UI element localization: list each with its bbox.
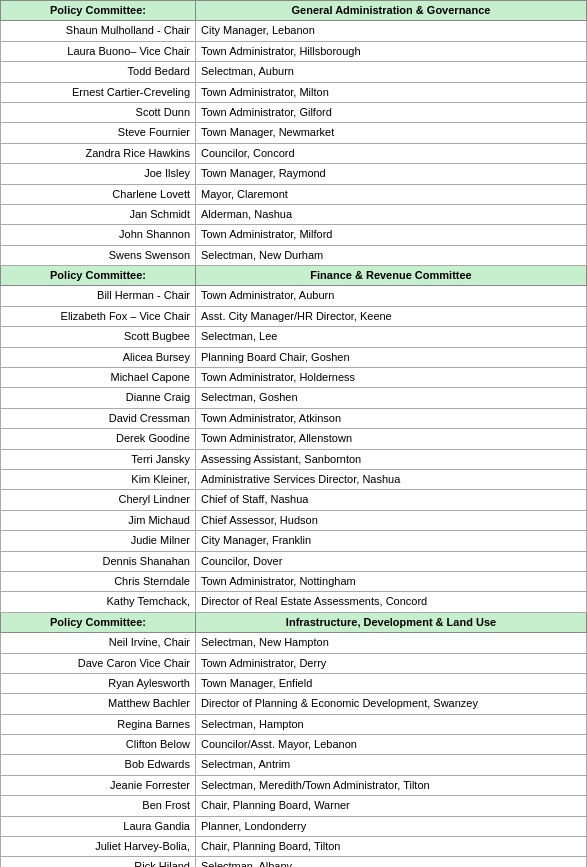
member-name: Scott Dunn [1, 102, 196, 122]
member-role: Town Administrator, Derry [196, 653, 587, 673]
table-row: John ShannonTown Administrator, Milford [1, 225, 587, 245]
member-role: Alderman, Nashua [196, 204, 587, 224]
table-row: Joe IlsleyTown Manager, Raymond [1, 164, 587, 184]
table-row: Bob EdwardsSelectman, Antrim [1, 755, 587, 775]
member-role: Town Administrator, Hillsborough [196, 41, 587, 61]
table-row: Matthew BachlerDirector of Planning & Ec… [1, 694, 587, 714]
member-role: Director of Real Estate Assessments, Con… [196, 592, 587, 612]
table-row: Dave Caron Vice ChairTown Administrator,… [1, 653, 587, 673]
member-name: Terri Jansky [1, 449, 196, 469]
member-name: Dave Caron Vice Chair [1, 653, 196, 673]
table-row: Steve FournierTown Manager, Newmarket [1, 123, 587, 143]
table-row: Jeanie ForresterSelectman, Meredith/Town… [1, 775, 587, 795]
member-name: Regina Barnes [1, 714, 196, 734]
member-role: Town Manager, Newmarket [196, 123, 587, 143]
table-row: Bill Herman - ChairTown Administrator, A… [1, 286, 587, 306]
table-row: Todd BedardSelectman, Auburn [1, 62, 587, 82]
member-name: Steve Fournier [1, 123, 196, 143]
member-name: Laura Gandia [1, 816, 196, 836]
table-row: Scott BugbeeSelectman, Lee [1, 327, 587, 347]
member-name: John Shannon [1, 225, 196, 245]
member-name: Dianne Craig [1, 388, 196, 408]
table-row: Judie MilnerCity Manager, Franklin [1, 531, 587, 551]
member-name: Jeanie Forrester [1, 775, 196, 795]
member-role: Planner, Londonderry [196, 816, 587, 836]
table-row: Charlene LovettMayor, Claremont [1, 184, 587, 204]
table-row: Derek GoodineTown Administrator, Allenst… [1, 429, 587, 449]
member-name: Kathy Temchack, [1, 592, 196, 612]
table-row: Neil Irvine, ChairSelectman, New Hampton [1, 633, 587, 653]
member-role: City Manager, Lebanon [196, 21, 587, 41]
member-name: Cheryl Lindner [1, 490, 196, 510]
member-role: Asst. City Manager/HR Director, Keene [196, 306, 587, 326]
member-role: Selectman, Antrim [196, 755, 587, 775]
member-role: City Manager, Franklin [196, 531, 587, 551]
table-row: Clifton BelowCouncilor/Asst. Mayor, Leba… [1, 735, 587, 755]
member-name: Laura Buono– Vice Chair [1, 41, 196, 61]
table-row: Regina BarnesSelectman, Hampton [1, 714, 587, 734]
table-row: Ernest Cartier-CrevelingTown Administrat… [1, 82, 587, 102]
member-name: Kim Kleiner, [1, 469, 196, 489]
committee-header: Policy Committee:General Administration … [1, 1, 587, 21]
member-role: Chief Assessor, Hudson [196, 510, 587, 530]
table-row: Jim MichaudChief Assessor, Hudson [1, 510, 587, 530]
table-row: Ben FrostChair, Planning Board, Warner [1, 796, 587, 816]
member-name: Shaun Mulholland - Chair [1, 21, 196, 41]
table-row: Dianne CraigSelectman, Goshen [1, 388, 587, 408]
member-name: Dennis Shanahan [1, 551, 196, 571]
member-role: Town Administrator, Auburn [196, 286, 587, 306]
member-role: Director of Planning & Economic Developm… [196, 694, 587, 714]
committee-header: Policy Committee:Infrastructure, Develop… [1, 612, 587, 632]
member-role: Town Administrator, Allenstown [196, 429, 587, 449]
member-name: Bill Herman - Chair [1, 286, 196, 306]
member-role: Chief of Staff, Nashua [196, 490, 587, 510]
table-row: Ryan AylesworthTown Manager, Enfield [1, 673, 587, 693]
member-role: Town Administrator, Gilford [196, 102, 587, 122]
table-row: Juliet Harvey-Bolia,Chair, Planning Boar… [1, 837, 587, 857]
member-name: Juliet Harvey-Bolia, [1, 837, 196, 857]
committee-title: Finance & Revenue Committee [196, 266, 587, 286]
member-role: Town Administrator, Holderness [196, 368, 587, 388]
table-row: Jan SchmidtAlderman, Nashua [1, 204, 587, 224]
member-name: David Cressman [1, 408, 196, 428]
table-row: Rick HilandSelectman, Albany [1, 857, 587, 867]
table-row: Alicea BurseyPlanning Board Chair, Goshe… [1, 347, 587, 367]
member-role: Town Administrator, Milton [196, 82, 587, 102]
member-name: Swens Swenson [1, 245, 196, 265]
table-row: Laura Buono– Vice ChairTown Administrato… [1, 41, 587, 61]
member-role: Chair, Planning Board, Warner [196, 796, 587, 816]
member-name: Ryan Aylesworth [1, 673, 196, 693]
member-role: Councilor, Dover [196, 551, 587, 571]
member-role: Selectman, Hampton [196, 714, 587, 734]
member-name: Clifton Below [1, 735, 196, 755]
committee-title: Infrastructure, Development & Land Use [196, 612, 587, 632]
table-row: Swens SwensonSelectman, New Durham [1, 245, 587, 265]
member-role: Planning Board Chair, Goshen [196, 347, 587, 367]
table-row: Laura GandiaPlanner, Londonderry [1, 816, 587, 836]
member-role: Mayor, Claremont [196, 184, 587, 204]
member-name: Matthew Bachler [1, 694, 196, 714]
member-role: Town Manager, Enfield [196, 673, 587, 693]
member-name: Ben Frost [1, 796, 196, 816]
member-role: Councilor/Asst. Mayor, Lebanon [196, 735, 587, 755]
member-role: Selectman, Auburn [196, 62, 587, 82]
table-row: Shaun Mulholland - ChairCity Manager, Le… [1, 21, 587, 41]
table-row: Scott DunnTown Administrator, Gilford [1, 102, 587, 122]
member-role: Town Administrator, Milford [196, 225, 587, 245]
member-role: Selectman, New Hampton [196, 633, 587, 653]
committee-header: Policy Committee:Finance & Revenue Commi… [1, 266, 587, 286]
member-name: Chris Sterndale [1, 571, 196, 591]
member-name: Zandra Rice Hawkins [1, 143, 196, 163]
member-role: Selectman, New Durham [196, 245, 587, 265]
member-role: Councilor, Concord [196, 143, 587, 163]
member-role: Assessing Assistant, Sanbornton [196, 449, 587, 469]
member-name: Derek Goodine [1, 429, 196, 449]
member-role: Town Administrator, Atkinson [196, 408, 587, 428]
table-row: Kathy Temchack,Director of Real Estate A… [1, 592, 587, 612]
committee-label: Policy Committee: [1, 266, 196, 286]
committee-label: Policy Committee: [1, 612, 196, 632]
member-name: Jim Michaud [1, 510, 196, 530]
member-role: Selectman, Goshen [196, 388, 587, 408]
member-name: Todd Bedard [1, 62, 196, 82]
member-role: Town Administrator, Nottingham [196, 571, 587, 591]
